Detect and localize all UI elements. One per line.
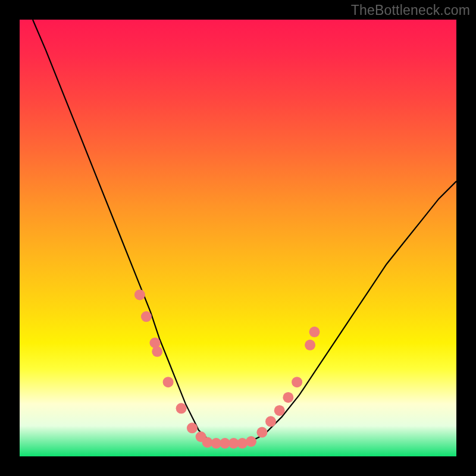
chart-frame: TheBottleneck.com	[0, 0, 476, 476]
bottleneck-curve	[33, 20, 456, 443]
data-point	[187, 422, 198, 433]
data-point	[134, 289, 145, 300]
data-point	[274, 405, 285, 416]
data-point	[305, 340, 315, 350]
data-point	[283, 392, 293, 403]
watermark-text: TheBottleneck.com	[351, 2, 470, 18]
data-point	[141, 311, 152, 322]
data-point	[152, 346, 162, 357]
data-point	[309, 327, 320, 337]
plot-area	[20, 20, 456, 456]
data-markers	[134, 289, 320, 449]
data-point	[265, 416, 276, 427]
data-point	[292, 377, 302, 387]
data-point	[176, 403, 187, 414]
data-point	[256, 427, 267, 438]
data-point	[246, 436, 256, 447]
data-point	[163, 377, 174, 387]
chart-svg	[20, 20, 456, 456]
